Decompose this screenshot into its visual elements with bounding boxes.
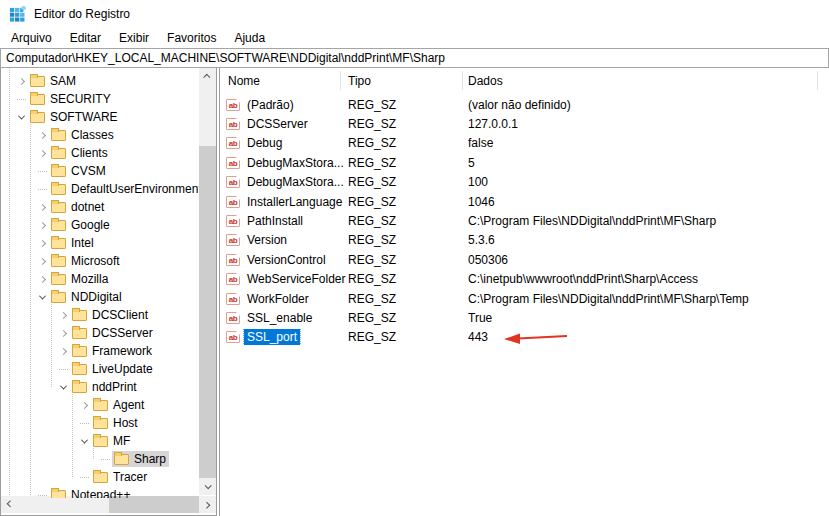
title-bar: Editor do Registro <box>0 0 829 28</box>
scroll-right-icon[interactable] <box>199 496 216 513</box>
tree-item-cvsm[interactable]: CVSM <box>1 162 199 180</box>
tree-item-nddigital[interactable]: NDDigital <box>1 288 199 306</box>
tree-item-security[interactable]: SECURITY <box>1 90 199 108</box>
tree-item-classes[interactable]: Classes <box>1 126 199 144</box>
tree-item-mf[interactable]: MF <box>1 432 199 450</box>
registry-value-row[interactable]: abVersionREG_SZ5.3.6 <box>220 231 829 250</box>
chevron-right-icon[interactable] <box>56 331 70 336</box>
chevron-right-icon[interactable] <box>56 349 70 354</box>
value-name: WorkFolder <box>244 291 312 307</box>
tree-item-framework[interactable]: Framework <box>1 342 199 360</box>
scroll-up-icon[interactable] <box>199 68 216 85</box>
menu-ajuda[interactable]: Ajuda <box>225 29 274 47</box>
address-bar-input[interactable]: Computador\HKEY_LOCAL_MACHINE\SOFTWARE\N… <box>0 48 829 68</box>
chevron-right-icon[interactable] <box>35 205 49 210</box>
tree-item-dotnet[interactable]: dotnet <box>1 198 199 216</box>
scrollbar-thumb[interactable] <box>109 496 199 513</box>
value-name: WebServiceFolder <box>244 271 348 287</box>
tree-item-label: Tracer <box>113 470 147 484</box>
registry-value-row[interactable]: abDebugMaxStora...REG_SZ5 <box>220 153 829 172</box>
registry-value-row[interactable]: abPathInstallREG_SZC:\Program Files\NDDi… <box>220 211 829 230</box>
column-divider[interactable] <box>462 71 463 90</box>
tree-connector <box>14 99 28 100</box>
tree-item-clients[interactable]: Clients <box>1 144 199 162</box>
registry-value-row[interactable]: abWebServiceFolderREG_SZC:\inetpub\wwwro… <box>220 270 829 289</box>
column-header-dados[interactable]: Dados <box>468 74 503 88</box>
menu-bar: ArquivoEditarExibirFavoritosAjuda <box>0 28 829 48</box>
value-data: 5 <box>468 156 829 170</box>
string-value-icon: ab <box>226 254 240 266</box>
tree-item-software[interactable]: SOFTWARE <box>1 108 199 126</box>
scroll-left-icon[interactable] <box>1 496 18 513</box>
folder-icon <box>72 364 87 375</box>
tree-item-mozilla[interactable]: Mozilla <box>1 270 199 288</box>
tree-item-dcsserver[interactable]: DCSServer <box>1 324 199 342</box>
tree-item-microsoft[interactable]: Microsoft <box>1 252 199 270</box>
folder-icon <box>51 166 66 177</box>
scroll-down-icon[interactable] <box>199 478 216 495</box>
value-data: 1046 <box>468 195 829 209</box>
chevron-down-icon[interactable] <box>35 295 49 300</box>
column-header-tipo[interactable]: Tipo <box>348 74 371 88</box>
chevron-right-icon[interactable] <box>35 241 49 246</box>
string-value-icon: ab <box>226 273 240 285</box>
column-divider[interactable] <box>340 71 341 90</box>
chevron-right-icon[interactable] <box>35 133 49 138</box>
tree-item-sharp[interactable]: Sharp <box>1 450 199 468</box>
tree-item-intel[interactable]: Intel <box>1 234 199 252</box>
chevron-right-icon[interactable] <box>14 79 28 84</box>
tree-item-host[interactable]: Host <box>1 414 199 432</box>
value-type: REG_SZ <box>348 175 468 189</box>
chevron-down-icon[interactable] <box>77 439 91 444</box>
folder-icon <box>51 256 66 267</box>
column-divider[interactable] <box>817 71 818 90</box>
registry-value-row[interactable]: abWorkFolderREG_SZC:\Program Files\NDDig… <box>220 289 829 308</box>
registry-value-row[interactable]: abInstallerLanguageREG_SZ1046 <box>220 192 829 211</box>
menu-arquivo[interactable]: Arquivo <box>2 29 61 47</box>
chevron-right-icon[interactable] <box>35 259 49 264</box>
tree-item-defaultuserenvironment[interactable]: DefaultUserEnvironment <box>1 180 199 198</box>
value-type: REG_SZ <box>348 292 468 306</box>
folder-icon <box>51 148 66 159</box>
value-type: REG_SZ <box>348 156 468 170</box>
registry-tree-pane: SAMSECURITYSOFTWAREClassesClientsCVSMDef… <box>0 68 217 516</box>
tree-item-label: SAM <box>50 74 76 88</box>
chevron-right-icon[interactable] <box>35 223 49 228</box>
tree-vertical-scrollbar[interactable] <box>199 68 216 495</box>
registry-value-row[interactable]: abDCSServerREG_SZ127.0.0.1 <box>220 114 829 133</box>
registry-value-row[interactable]: abSSL_enableREG_SZTrue <box>220 308 829 327</box>
tree-item-google[interactable]: Google <box>1 216 199 234</box>
chevron-down-icon[interactable] <box>14 115 28 120</box>
tree-item-tracer[interactable]: Tracer <box>1 468 199 486</box>
menu-editar[interactable]: Editar <box>61 29 110 47</box>
tree-connector <box>35 171 49 172</box>
tree-item-dcsclient[interactable]: DCSClient <box>1 306 199 324</box>
tree-item-liveupdate[interactable]: LiveUpdate <box>1 360 199 378</box>
menu-favoritos[interactable]: Favoritos <box>158 29 225 47</box>
value-type: REG_SZ <box>348 272 468 286</box>
registry-value-row[interactable]: abDebugREG_SZfalse <box>220 134 829 153</box>
chevron-right-icon[interactable] <box>77 403 91 408</box>
registry-value-row[interactable]: abSSL_portREG_SZ443 <box>220 328 829 347</box>
column-header-nome[interactable]: Nome <box>228 74 260 88</box>
tree-item-nddprint[interactable]: nddPrint <box>1 378 199 396</box>
registry-value-row[interactable]: ab(Padrão)REG_SZ(valor não definido) <box>220 95 829 114</box>
chevron-right-icon[interactable] <box>35 151 49 156</box>
value-name: Version <box>244 232 290 248</box>
chevron-down-icon[interactable] <box>56 385 70 390</box>
tree-item-label: DCSServer <box>92 326 153 340</box>
tree-item-agent[interactable]: Agent <box>1 396 199 414</box>
tree-horizontal-scrollbar[interactable] <box>1 496 216 513</box>
registry-value-row[interactable]: abVersionControlREG_SZ050306 <box>220 250 829 269</box>
tree-connector <box>98 459 112 460</box>
value-type: REG_SZ <box>348 214 468 228</box>
value-type: REG_SZ <box>348 98 468 112</box>
registry-value-row[interactable]: abDebugMaxStora...REG_SZ100 <box>220 173 829 192</box>
string-value-icon: ab <box>226 157 240 169</box>
menu-exibir[interactable]: Exibir <box>110 29 158 47</box>
chevron-right-icon[interactable] <box>35 277 49 282</box>
chevron-right-icon[interactable] <box>56 313 70 318</box>
scrollbar-thumb[interactable] <box>199 146 216 478</box>
tree-item-sam[interactable]: SAM <box>1 72 199 90</box>
tree-item-notepad[interactable]: Notepad++ <box>1 486 199 498</box>
